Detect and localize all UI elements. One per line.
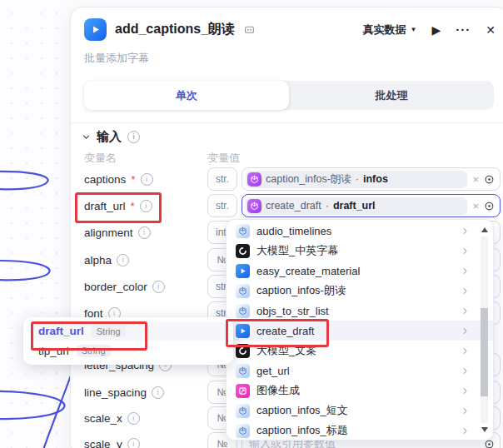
field-submenu: draft_url String tip_url String	[23, 317, 233, 365]
param-name-alignment: alignmenti	[84, 225, 151, 240]
run-button[interactable]: ▶	[431, 23, 441, 37]
chevron-right-icon[interactable]	[461, 246, 470, 256]
chevron-right-icon[interactable]	[461, 306, 470, 316]
value-input-captions[interactable]: caption_infos-朗读 · infos ×	[242, 167, 501, 191]
chevron-right-icon[interactable]	[461, 386, 470, 396]
tab-batch[interactable]: 批处理	[289, 81, 494, 110]
required-mark: *	[131, 173, 135, 186]
node-subtitle: 批量添加字幕	[84, 51, 149, 66]
input-section-title: 输入	[97, 129, 122, 145]
chevron-right-icon[interactable]	[461, 266, 470, 276]
cube-icon	[247, 199, 261, 213]
type-badge[interactable]: str.	[207, 194, 237, 217]
clear-icon[interactable]: ×	[472, 173, 479, 186]
plugin-icon	[84, 18, 107, 41]
chevron-right-icon[interactable]	[461, 406, 470, 416]
chevron-right-icon[interactable]	[461, 426, 470, 436]
llm-icon	[236, 344, 250, 358]
info-icon[interactable]: i	[141, 173, 153, 186]
cube-icon	[236, 224, 250, 238]
cube-icon	[247, 172, 261, 187]
reference-field-name: draft_url	[333, 200, 376, 212]
submenu-item-draft-url[interactable]: draft_url String	[30, 322, 227, 341]
chevron-right-icon[interactable]	[461, 366, 470, 376]
data-mode-label: 真实数据	[363, 22, 406, 37]
cube-icon	[236, 304, 250, 318]
more-options-button[interactable]: ···	[456, 22, 471, 37]
type-label: String	[77, 345, 111, 357]
info-icon[interactable]: i	[127, 412, 140, 425]
chevron-down-icon[interactable]	[82, 132, 91, 142]
reference-target-icon[interactable]	[484, 174, 495, 185]
node-title: add_captions_朗读	[115, 21, 235, 38]
info-icon[interactable]: i	[127, 131, 140, 143]
value-input-draft-url[interactable]: create_draft · draft_url ×	[242, 194, 501, 217]
reference-node-name: caption_infos-朗读	[266, 172, 351, 187]
dropdown-item-objs-to-str-list[interactable]: objs_to_str_list	[227, 301, 493, 321]
type-badge[interactable]: str.	[207, 167, 237, 191]
tab-single[interactable]: 单次	[84, 81, 289, 110]
info-icon[interactable]: i	[152, 281, 165, 293]
param-name-draft-url: draft_url*i	[84, 198, 152, 213]
chevron-down-icon: ▼	[411, 26, 417, 33]
info-icon[interactable]: i	[140, 200, 152, 212]
info-icon[interactable]: i	[138, 226, 151, 239]
reference-separator: ·	[326, 200, 329, 212]
scroll-down-icon[interactable]	[481, 427, 488, 432]
dropdown-item-image-gen[interactable]: 图像生成	[227, 381, 493, 401]
dropdown-item-get-url[interactable]: get_url	[227, 361, 493, 381]
cube-icon	[236, 364, 250, 378]
param-name-scale-x: scale_xi	[84, 411, 140, 426]
type-label: String	[92, 325, 126, 337]
chevron-right-icon[interactable]	[461, 346, 470, 356]
reference-field-name: infos	[363, 173, 388, 185]
dropdown-item-llm-subtitles[interactable]: 大模型_中英字幕	[227, 241, 493, 261]
chevron-right-icon[interactable]	[461, 226, 470, 236]
comment-icon[interactable]	[244, 24, 255, 35]
dropdown-item-create-draft[interactable]: create_draft	[227, 321, 493, 341]
submenu-item-tip-url[interactable]: tip_url String	[30, 341, 227, 360]
node-select-dropdown: audio_timelines 大模型_中英字幕 easy_create_mat…	[226, 219, 494, 441]
dropdown-scrollbar[interactable]	[480, 227, 489, 432]
llm-icon	[236, 244, 250, 258]
panel-header: add_captions_朗读 真实数据 ▼ ▶ ··· ✕	[84, 18, 496, 41]
reference-tag[interactable]: caption_infos-朗读 · infos	[246, 171, 467, 188]
reference-tag[interactable]: create_draft · draft_url	[246, 197, 467, 215]
value-row-draft-url: str. create_draft · draft_url ×	[207, 194, 501, 217]
value-row-captions: str. caption_infos-朗读 · infos ×	[207, 167, 501, 191]
dropdown-item-easy-create-material[interactable]: easy_create_material	[227, 261, 493, 281]
info-icon[interactable]: i	[117, 254, 129, 266]
param-name-line-spacing: line_spacingi	[84, 385, 164, 400]
chevron-right-icon[interactable]	[461, 286, 470, 296]
info-icon[interactable]: i	[127, 438, 140, 448]
reference-separator: ·	[356, 173, 359, 185]
reference-target-icon[interactable]	[484, 201, 495, 212]
reference-node-name: create_draft	[266, 200, 321, 212]
dropdown-item-llm-copy[interactable]: 大模型_文案	[227, 341, 493, 361]
scroll-up-icon[interactable]	[481, 227, 488, 232]
column-header-name: 变量名	[84, 151, 117, 166]
plugin-icon	[236, 264, 250, 278]
param-name-captions: captions*i	[84, 172, 153, 187]
divider	[71, 122, 503, 123]
dropdown-item-audio-timelines[interactable]: audio_timelines	[227, 221, 493, 241]
column-header-value: 变量值	[207, 151, 240, 166]
dropdown-item-caption-infos-biaoti[interactable]: caption_infos_标题	[227, 421, 493, 441]
chevron-right-icon[interactable]	[461, 326, 470, 336]
mode-tabs: 单次 批处理	[84, 81, 494, 110]
image-icon	[236, 384, 250, 398]
data-mode-dropdown[interactable]: 真实数据 ▼	[363, 22, 417, 37]
param-name-alpha: alphai	[84, 252, 129, 267]
plugin-icon	[236, 324, 250, 338]
dropdown-item-caption-infos-duanwen[interactable]: caption_infos_短文	[227, 401, 493, 421]
clear-icon[interactable]: ×	[472, 200, 479, 212]
dropdown-item-caption-infos-langdu[interactable]: caption_infos-朗读	[227, 281, 493, 301]
close-button[interactable]: ✕	[486, 23, 496, 37]
cube-icon	[236, 404, 250, 418]
cube-icon	[236, 424, 250, 438]
input-section-header[interactable]: 输入 i	[82, 129, 140, 145]
info-icon[interactable]: i	[152, 386, 164, 399]
scrollbar-thumb[interactable]	[481, 308, 488, 396]
scrollbar-track[interactable]	[481, 236, 488, 423]
node-config-panel: add_captions_朗读 真实数据 ▼ ▶ ··· ✕ 批量添加字幕 单次…	[70, 7, 503, 448]
